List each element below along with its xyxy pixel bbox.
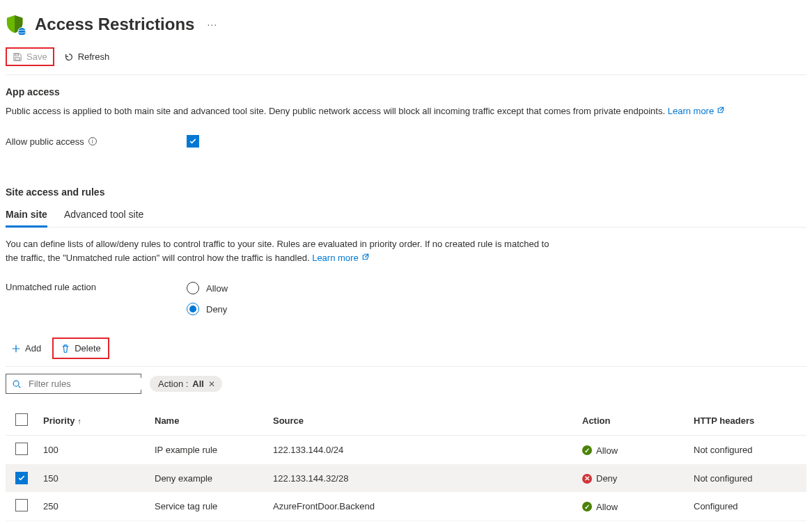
table-row[interactable]: 100IP example rule122.133.144.0/24✓Allow… <box>6 436 806 465</box>
delete-button[interactable]: Delete <box>52 338 109 359</box>
cell-priority: 150 <box>38 465 149 492</box>
tab-main-site[interactable]: Main site <box>6 205 47 228</box>
allow-public-label: Allow public access i <box>6 136 187 147</box>
cell-name: Service tag rule <box>149 492 267 521</box>
save-icon <box>13 52 22 62</box>
cell-action: ✓Allow <box>577 436 688 465</box>
cell-name: Deny all <box>149 521 267 525</box>
site-access-description: You can define lists of allow/deny rules… <box>6 237 556 265</box>
table-row[interactable]: 250Service tag ruleAzureFrontDoor.Backen… <box>6 492 806 521</box>
allow-public-checkbox[interactable] <box>187 135 199 148</box>
add-button[interactable]: Add <box>6 340 47 356</box>
cell-priority: 250 <box>38 492 149 521</box>
radio-allow[interactable]: Allow <box>187 282 228 294</box>
cell-source: Any <box>267 521 577 525</box>
cell-action: ✕Deny <box>577 465 688 492</box>
tab-advanced-tool-site[interactable]: Advanced tool site <box>64 205 143 227</box>
close-icon[interactable]: ✕ <box>208 379 215 389</box>
cell-http: Not configured <box>688 465 806 492</box>
external-link-icon <box>717 104 725 118</box>
cell-source: AzureFrontDoor.Backend <box>267 492 577 521</box>
refresh-icon <box>64 52 74 62</box>
app-access-title: App access <box>6 86 806 97</box>
site-tabs: Main site Advanced tool site <box>6 205 806 228</box>
row-checkbox[interactable] <box>15 499 28 511</box>
rules-table: Priority ↑ Name Source Action HTTP heade… <box>6 406 806 524</box>
search-icon <box>12 379 22 389</box>
select-all-checkbox[interactable] <box>15 413 28 426</box>
learn-more-link-2[interactable]: Learn more <box>312 251 369 265</box>
more-menu-button[interactable]: ··· <box>203 17 221 31</box>
save-label: Save <box>26 51 47 62</box>
table-row[interactable]: 2147483647Deny allAny✕DenyNot configured <box>6 521 806 525</box>
cell-source: 122.133.144.32/28 <box>267 465 577 492</box>
page-header: Access Restrictions ··· <box>6 6 806 47</box>
table-row[interactable]: 150Deny example122.133.144.32/28✕DenyNot… <box>6 465 806 492</box>
cell-http: Configured <box>688 492 806 521</box>
col-header-name[interactable]: Name <box>149 406 267 436</box>
cell-source: 122.133.144.0/24 <box>267 436 577 465</box>
cell-http: Not configured <box>688 521 806 525</box>
rules-toolbar: Add Delete <box>6 338 806 367</box>
page-title: Access Restrictions <box>35 14 194 35</box>
status-icon: ✓ <box>582 502 592 511</box>
site-access-section: Site access and rules Main site Advanced… <box>6 175 806 524</box>
col-header-source[interactable]: Source <box>267 406 577 436</box>
filter-row: Action : All ✕ <box>6 374 806 394</box>
row-checkbox[interactable] <box>15 443 28 455</box>
plus-icon <box>11 344 21 354</box>
cell-http: Not configured <box>688 436 806 465</box>
col-header-priority[interactable]: Priority ↑ <box>38 406 149 436</box>
external-link-icon <box>361 251 370 265</box>
save-button[interactable]: Save <box>6 47 54 66</box>
status-icon: ✓ <box>582 445 592 455</box>
col-header-http[interactable]: HTTP headers <box>688 406 806 436</box>
svg-point-2 <box>13 381 19 386</box>
cell-priority: 2147483647 <box>38 521 149 525</box>
cell-name: Deny example <box>149 465 267 492</box>
filter-input[interactable] <box>27 378 147 390</box>
cell-action: ✓Allow <box>577 492 688 521</box>
shield-icon <box>6 14 26 35</box>
filter-chip-action[interactable]: Action : All ✕ <box>150 376 222 392</box>
status-icon: ✕ <box>582 474 592 484</box>
row-checkbox[interactable] <box>15 472 28 484</box>
learn-more-link[interactable]: Learn more <box>668 104 725 118</box>
radio-deny[interactable]: Deny <box>187 303 228 315</box>
app-access-description: Public access is applied to both main si… <box>6 104 806 118</box>
cell-name: IP example rule <box>149 436 267 465</box>
site-access-title: Site access and rules <box>6 186 806 198</box>
app-access-section: App access Public access is applied to b… <box>6 75 806 148</box>
cell-priority: 100 <box>38 436 149 465</box>
command-bar: Save Refresh <box>6 47 806 75</box>
trash-icon <box>61 344 70 354</box>
unmatched-rule-label: Unmatched rule action <box>6 282 187 292</box>
refresh-label: Refresh <box>78 51 110 62</box>
cell-action: ✕Deny <box>577 521 688 525</box>
col-header-action[interactable]: Action <box>577 406 688 436</box>
info-icon[interactable]: i <box>88 137 97 145</box>
refresh-button[interactable]: Refresh <box>58 49 116 65</box>
filter-input-wrap[interactable] <box>6 374 141 394</box>
sort-asc-icon: ↑ <box>77 417 81 425</box>
